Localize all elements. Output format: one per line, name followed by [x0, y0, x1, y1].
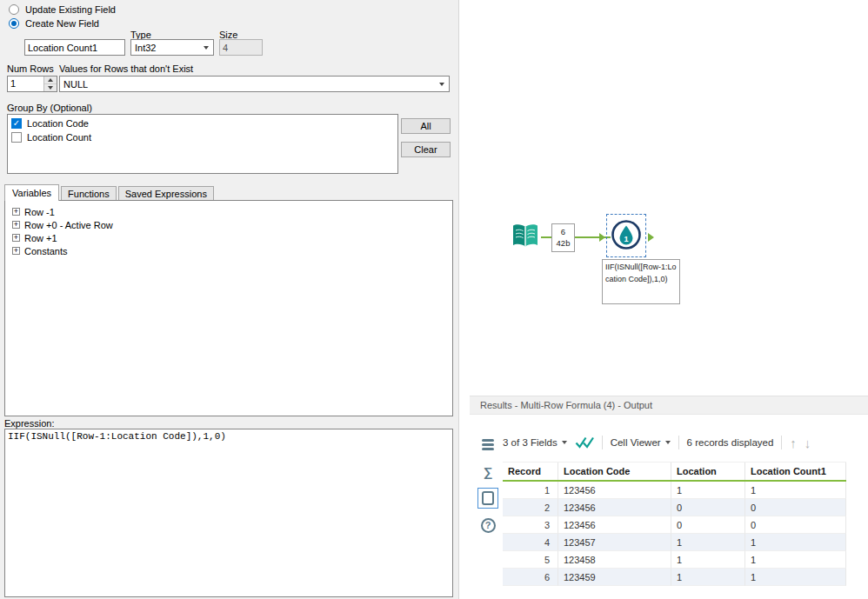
new-field-name-input[interactable] — [24, 39, 125, 56]
data-cell[interactable]: 1 — [745, 482, 846, 499]
multi-row-formula-tool[interactable]: 1 — [610, 218, 643, 251]
chevron-down-icon — [439, 83, 444, 86]
results-side-icons: ∑ ? — [475, 434, 501, 536]
type-dropdown-value: Int32 — [135, 43, 156, 53]
record-number-cell[interactable]: 4 — [503, 534, 558, 551]
variables-tree[interactable]: +Row -1+Row +0 - Active Row+Row +1+Const… — [4, 200, 453, 416]
data-cell[interactable]: 123456 — [558, 499, 671, 516]
help-button[interactable]: ? — [477, 515, 498, 536]
checkbox-unchecked-icon[interactable] — [11, 132, 22, 143]
table-row[interactable]: 112345611 — [503, 482, 846, 499]
input-anchor-icon[interactable] — [599, 233, 605, 242]
table-row[interactable]: 512345811 — [503, 551, 846, 569]
data-cell[interactable]: 0 — [671, 516, 745, 534]
missing-rows-dropdown[interactable]: NULL — [59, 76, 450, 92]
profile-view-button[interactable] — [477, 434, 498, 455]
expand-plus-icon[interactable]: + — [12, 221, 20, 229]
table-row[interactable]: 312345600 — [503, 516, 846, 534]
tree-item-label: Row +1 — [24, 233, 57, 243]
expand-plus-icon[interactable]: + — [12, 247, 20, 255]
data-view-button[interactable] — [477, 488, 498, 509]
data-cell[interactable]: 0 — [745, 499, 846, 516]
group-by-item[interactable]: ✓Location Code — [10, 116, 396, 130]
record-number-cell[interactable]: 3 — [503, 516, 558, 534]
tree-item[interactable]: +Row +1 — [8, 231, 450, 244]
tree-item-label: Constants — [24, 246, 68, 256]
data-cell[interactable]: 1 — [745, 569, 846, 586]
data-cell[interactable]: 1 — [745, 551, 846, 569]
connection-progress-annotation[interactable]: 6 42b — [551, 223, 575, 252]
all-button[interactable]: All — [401, 118, 451, 134]
tab-functions[interactable]: Functions — [61, 186, 117, 201]
tool-annotation[interactable]: IIF(ISNull([Row-1:Location Code]),1,0) — [602, 259, 680, 304]
tree-item[interactable]: +Row -1 — [8, 205, 450, 218]
data-cell[interactable]: 0 — [745, 516, 846, 534]
expression-label: Expression: — [4, 418, 54, 429]
checkbox-checked-icon[interactable]: ✓ — [11, 118, 22, 129]
type-dropdown[interactable]: Int32 — [130, 39, 214, 56]
table-row[interactable]: 212345600 — [503, 499, 846, 516]
data-cell[interactable]: 1 — [671, 534, 745, 551]
data-cell[interactable]: 123456 — [558, 516, 671, 534]
output-anchor-icon[interactable] — [648, 233, 654, 242]
arrow-up-icon[interactable]: ↑ — [790, 436, 797, 449]
record-number-cell[interactable]: 5 — [503, 551, 558, 569]
radio-unselected-icon[interactable] — [9, 4, 19, 15]
results-table-body: 1123456112123456003123456004123457115123… — [503, 482, 846, 586]
fields-dropdown[interactable]: 3 of 3 Fields — [503, 437, 567, 448]
column-header[interactable]: Location Count — [671, 463, 745, 480]
tab-saved-expressions[interactable]: Saved Expressions — [118, 186, 214, 201]
data-cell[interactable]: 123458 — [558, 551, 671, 569]
sigma-icon: ∑ — [484, 464, 493, 479]
toolbar-separator — [602, 436, 603, 449]
table-row[interactable]: 612345911 — [503, 569, 846, 586]
tree-item[interactable]: +Row +0 - Active Row — [8, 218, 450, 231]
group-by-item-label: Location Code — [27, 118, 89, 129]
chevron-down-icon — [562, 441, 567, 444]
tree-item[interactable]: +Constants — [8, 244, 450, 257]
records-displayed-label: 6 records displayed — [687, 437, 774, 448]
data-cell[interactable]: 1 — [671, 482, 745, 499]
missing-rows-dropdown-value: NULL — [63, 79, 88, 90]
text-input-tool[interactable] — [509, 220, 542, 253]
results-panel-title: Results - Multi-Row Formula (4) - Output — [470, 396, 868, 415]
tab-variables[interactable]: Variables — [4, 184, 59, 201]
data-cell[interactable]: 1 — [745, 534, 846, 551]
column-header[interactable]: Record — [503, 463, 558, 480]
expression-editor[interactable]: IIF(ISNull([Row-1:Location Code]),1,0) — [4, 429, 453, 597]
chevron-down-icon — [665, 441, 671, 444]
tree-item-label: Row +0 - Active Row — [24, 220, 113, 230]
data-cell[interactable]: 1 — [671, 551, 745, 569]
svg-text:1: 1 — [624, 235, 628, 243]
column-header[interactable]: Location Count1 — [745, 463, 846, 480]
toolbar-separator — [781, 436, 782, 449]
cell-viewer-dropdown[interactable]: Cell Viewer — [611, 437, 671, 448]
record-number-cell[interactable]: 6 — [503, 569, 558, 586]
expand-plus-icon[interactable]: + — [12, 208, 20, 216]
record-number-cell[interactable]: 2 — [503, 499, 558, 516]
data-cell[interactable]: 123459 — [558, 569, 671, 586]
column-header[interactable]: Location Code — [558, 463, 671, 480]
metadata-view-button[interactable]: ∑ — [477, 461, 498, 482]
data-cell[interactable]: 0 — [671, 499, 745, 516]
create-new-field-option[interactable]: Create New Field — [9, 17, 99, 30]
table-row[interactable]: 412345711 — [503, 534, 846, 551]
clear-button[interactable]: Clear — [401, 142, 451, 157]
group-by-listbox[interactable]: ✓Location CodeLocation Count — [7, 114, 398, 174]
update-existing-field-option[interactable]: Update Existing Field — [9, 3, 116, 16]
data-cell[interactable]: 123457 — [558, 534, 671, 551]
record-number-cell[interactable]: 1 — [503, 482, 558, 499]
arrow-down-icon[interactable]: ↓ — [805, 436, 811, 449]
num-rows-value[interactable]: 1 — [8, 77, 43, 91]
group-by-item[interactable]: Location Count — [10, 130, 396, 144]
spin-down-button[interactable] — [44, 84, 57, 91]
data-cell[interactable]: 123456 — [558, 482, 671, 499]
spin-up-button[interactable] — [44, 77, 57, 84]
expand-plus-icon[interactable]: + — [12, 234, 20, 242]
chevron-down-icon — [204, 46, 209, 50]
apply-double-check-icon[interactable] — [575, 436, 594, 449]
data-cell[interactable]: 1 — [671, 569, 745, 586]
update-existing-field-label: Update Existing Field — [25, 4, 116, 15]
radio-selected-icon[interactable] — [9, 18, 19, 29]
num-rows-stepper[interactable]: 1 — [7, 76, 57, 92]
